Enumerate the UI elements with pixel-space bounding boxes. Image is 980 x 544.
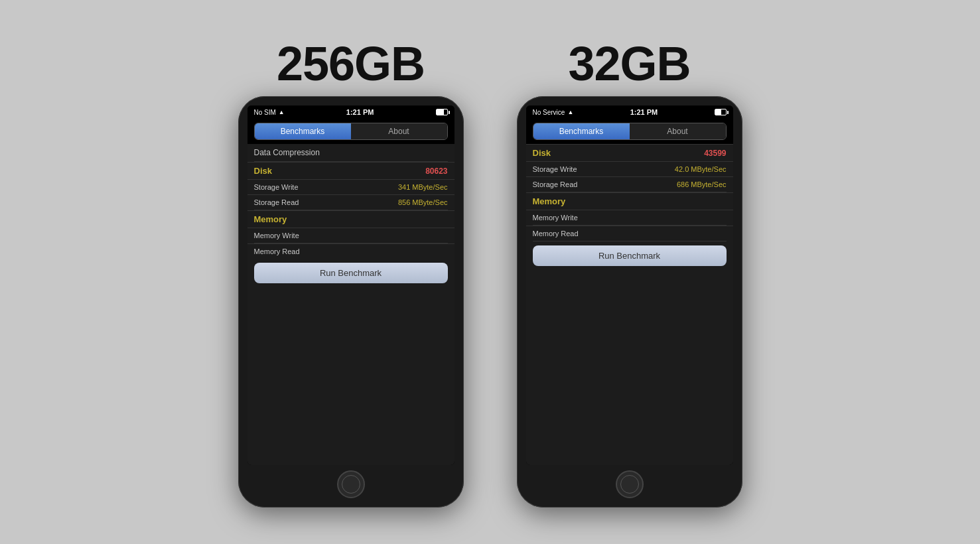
phone-256-label: 256GB — [277, 36, 425, 91]
disk-header-32: Disk 43599 — [526, 144, 733, 161]
data-compression-label-256: Data Compression — [254, 148, 320, 157]
wifi-icon-256: ▲ — [279, 109, 285, 115]
status-left-32: No Service ▲ — [533, 109, 574, 116]
tabs-256: Benchmarks About — [247, 119, 455, 144]
seg-container-256: Benchmarks About — [254, 123, 448, 140]
status-left-256: No SIM ▲ — [254, 109, 285, 116]
storage-write-label-256: Storage Write — [254, 183, 299, 191]
memory-header-256: Memory — [247, 210, 455, 228]
storage-read-value-256: 856 MByte/Sec — [398, 198, 448, 206]
run-btn-area-256: Run Benchmark — [247, 259, 455, 289]
seg-container-32: Benchmarks About — [533, 123, 727, 140]
memory-write-label-32: Memory Write — [533, 214, 578, 222]
storage-write-value-32: 42.0 MByte/Sec — [675, 165, 727, 173]
status-bar-32: No Service ▲ 1:21 PM — [526, 105, 733, 119]
disk-title-32: Disk — [533, 148, 551, 158]
memory-read-row-256: Memory Read — [247, 243, 455, 259]
home-button-inner-32 — [620, 475, 639, 494]
phone-32-label: 32GB — [568, 36, 690, 91]
memory-read-label-32: Memory Read — [533, 230, 579, 238]
carrier-256: No SIM — [254, 109, 276, 116]
memory-write-label-256: Memory Write — [254, 232, 299, 239]
memory-title-32: Memory — [533, 196, 566, 206]
storage-write-label-32: Storage Write — [533, 165, 577, 173]
content-256: Data Compression Disk 80623 Storage Writ… — [247, 144, 455, 465]
tab-about-256[interactable]: About — [351, 123, 447, 139]
status-bar-256: No SIM ▲ 1:21 PM — [247, 105, 455, 119]
memory-read-row-32: Memory Read — [526, 226, 733, 241]
phone-32-screen: No Service ▲ 1:21 PM Benchmarks About — [526, 105, 733, 465]
storage-read-row-32: Storage Read 686 MByte/Sec — [526, 176, 733, 192]
battery-icon-256 — [436, 109, 448, 115]
tab-benchmarks-32[interactable]: Benchmarks — [533, 123, 630, 139]
phone-256-screen: No SIM ▲ 1:21 PM Benchmarks About — [247, 105, 455, 465]
tab-benchmarks-256[interactable]: Benchmarks — [255, 123, 351, 139]
storage-write-value-256: 341 MByte/Sec — [398, 183, 448, 191]
memory-write-row-32: Memory Write — [526, 210, 733, 225]
storage-write-row-256: Storage Write 341 MByte/Sec — [247, 179, 455, 194]
home-button-32[interactable] — [616, 470, 644, 498]
storage-write-row-32: Storage Write 42.0 MByte/Sec — [526, 161, 733, 176]
phone-32-wrapper: 32GB No Service ▲ 1:21 PM Benchmarks — [517, 36, 742, 508]
storage-read-row-256: Storage Read 856 MByte/Sec — [247, 194, 455, 210]
phone-32-body: No Service ▲ 1:21 PM Benchmarks About — [517, 96, 742, 508]
memory-read-label-256: Memory Read — [254, 247, 300, 255]
carrier-32: No Service — [533, 109, 565, 116]
memory-title-256: Memory — [254, 214, 287, 224]
time-256: 1:21 PM — [346, 108, 374, 116]
memory-write-row-256: Memory Write — [247, 228, 455, 243]
phone-256-body: No SIM ▲ 1:21 PM Benchmarks About — [238, 96, 464, 508]
storage-read-value-32: 686 MByte/Sec — [677, 180, 727, 188]
tab-about-32[interactable]: About — [630, 123, 726, 139]
wifi-icon-32: ▲ — [567, 109, 573, 115]
data-compression-row-256: Data Compression — [247, 144, 455, 161]
home-button-inner-256 — [342, 475, 360, 494]
phone-256-wrapper: 256GB No SIM ▲ 1:21 PM Benchmarks — [238, 36, 464, 508]
disk-title-256: Disk — [254, 166, 272, 176]
status-right-32 — [715, 109, 727, 115]
run-btn-area-32: Run Benchmark — [526, 241, 733, 271]
run-benchmark-button-256[interactable]: Run Benchmark — [254, 263, 448, 283]
battery-fill-32 — [715, 109, 722, 115]
disk-score-32: 43599 — [704, 149, 726, 158]
storage-read-label-256: Storage Read — [254, 198, 299, 206]
storage-read-label-32: Storage Read — [533, 180, 578, 188]
content-32: Disk 43599 Storage Write 42.0 MByte/Sec … — [526, 144, 733, 465]
status-right-256 — [436, 109, 448, 115]
tabs-32: Benchmarks About — [526, 119, 733, 144]
time-32: 1:21 PM — [630, 108, 658, 116]
memory-header-32: Memory — [526, 192, 733, 210]
run-benchmark-button-32[interactable]: Run Benchmark — [533, 245, 727, 266]
battery-icon-32 — [715, 109, 727, 115]
disk-score-256: 80623 — [425, 167, 447, 176]
home-button-256[interactable] — [337, 470, 365, 498]
battery-fill-256 — [437, 109, 444, 115]
disk-header-256: Disk 80623 — [247, 162, 455, 179]
